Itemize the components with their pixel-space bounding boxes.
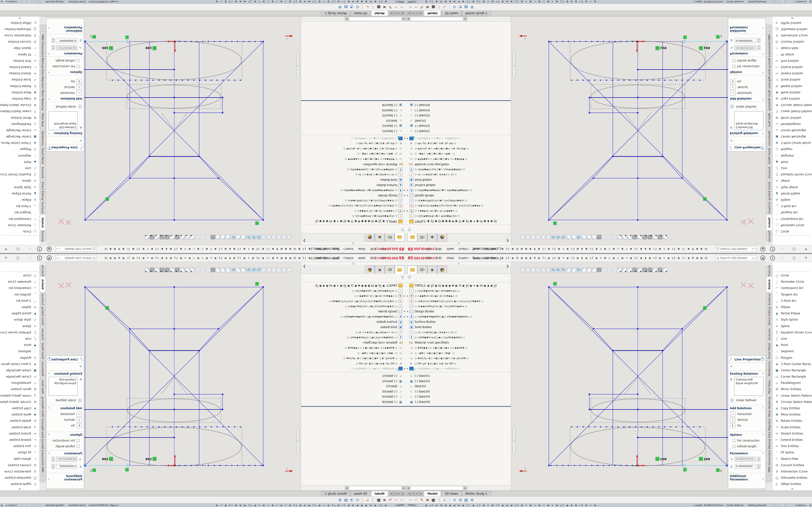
sketch-tool-item[interactable]: ↻ Rotate Entities xyxy=(773,418,812,424)
help-icon[interactable]: ? xyxy=(37,256,42,261)
panel-splitter-handle[interactable] xyxy=(406,262,511,265)
spinner-buttons[interactable]: ▲▼ xyxy=(757,38,761,43)
sketch-tool-item[interactable]: ▱ Parallelogram xyxy=(773,380,812,386)
menu-item[interactable]: File xyxy=(380,247,387,251)
clock-badge[interactable]: ◔ xyxy=(350,5,354,9)
tree-row[interactable]: Solid Bodies xyxy=(406,325,511,330)
spinner-buttons[interactable]: ▲▼ xyxy=(51,464,55,469)
sketch-lines[interactable] xyxy=(85,287,263,465)
sketch-tool-item[interactable]: ⠿ Linear Sketch Pattern xyxy=(773,108,812,114)
parameters-header[interactable]: Parameters∧ xyxy=(728,52,766,57)
sketch-tool-item[interactable]: ⊝ Ellipse xyxy=(0,197,39,203)
scroll-track[interactable] xyxy=(349,486,402,490)
tree-row[interactable]: ▶ ○ ∧♟◉✚ƨS◦Ɯ○◉○ Ɯ◦Sƨ✚◉♟∧ ○ xyxy=(301,293,406,299)
existing-relations-header[interactable]: Existing Relations∧ xyxy=(46,131,84,136)
user-account-icon[interactable]: ◉ xyxy=(760,256,765,261)
divider[interactable]: | xyxy=(449,5,451,9)
sketch-tool-item[interactable]: ↗ Scale Entities xyxy=(0,76,39,83)
search-icon[interactable]: ⌕ xyxy=(752,247,754,251)
tree-row[interactable]: Solid Bodies xyxy=(406,177,511,183)
sketch-tool-item[interactable]: ○ Circle xyxy=(0,228,39,235)
sketch-tool-item[interactable]: ✚ Move Entities xyxy=(773,89,812,96)
sketch-tool-item[interactable]: ≬ Intersection Curve xyxy=(773,468,812,475)
pin-icon[interactable]: ⊸ xyxy=(467,256,469,260)
command-tab[interactable]: Data Migration xyxy=(766,69,772,89)
checkbox[interactable] xyxy=(77,445,80,448)
relation-entry[interactable]: Equal length109 xyxy=(736,122,762,125)
help-icon[interactable]: ? xyxy=(37,246,42,251)
sketch-tool-item[interactable]: ✲ Circular Sketch Pattern xyxy=(773,399,812,405)
folder-check[interactable]: ▤ xyxy=(344,5,348,9)
relations-listbox[interactable]: Collinear108Equal length109 xyxy=(734,111,763,130)
segment-handle[interactable] xyxy=(683,464,685,466)
sketch-tool-item[interactable]: ◡ 3 Point Arc xyxy=(0,203,39,209)
option-checkbox-row[interactable]: For construction xyxy=(728,63,766,69)
sketch-tool-item[interactable]: ≬ Intersection Curve xyxy=(0,32,39,39)
leaf-ghost[interactable]: ✒ xyxy=(394,498,397,502)
option-checkbox-row[interactable]: Infinite length xyxy=(46,58,84,63)
sketch-tool-item[interactable]: ⬡ Polygon xyxy=(773,354,812,361)
checkbox[interactable] xyxy=(77,439,80,442)
sketch-tool-item[interactable]: ○ Circle xyxy=(773,228,812,235)
close-button[interactable]: ✕ xyxy=(5,256,7,260)
sketch-tool-item[interactable]: ▣ Center Rectangle xyxy=(0,133,39,140)
command-tab[interactable]: Surfaces xyxy=(766,293,772,305)
tree-row[interactable]: Surface Bodies xyxy=(406,320,511,325)
relation-entry[interactable]: Collinear108 xyxy=(736,378,762,382)
relation-entry[interactable]: Equal length109 xyxy=(736,382,762,385)
menu-item[interactable]: Insert xyxy=(458,247,468,251)
paintbrush[interactable]: ✎ xyxy=(389,5,392,9)
sketch-tool-item[interactable]: ↔ Stretch Entities xyxy=(0,431,39,437)
tree-row[interactable]: ○ ƨSИN◉✚∀∩ʙʒƐ○◉○ ƐʒʙN∀✚◉NИSƨ ○ xyxy=(301,167,406,172)
tree-row[interactable]: ○ ◦◉✚○ ✶◉[○◉○]◉✶ ○✚◉◦ ○ xyxy=(301,350,406,356)
sketch-tool-item[interactable]: ∿ Style Spline xyxy=(773,184,812,190)
search-icon[interactable]: ⌕ xyxy=(58,256,60,260)
sketch-tool-item[interactable]: ✂ Trim Entities xyxy=(0,443,39,449)
sketch-tool-item[interactable]: ◜ Fit Spline xyxy=(773,449,812,456)
command-tab[interactable]: Sketch xyxy=(766,215,772,231)
clock-badge[interactable]: ◔ xyxy=(458,498,462,502)
filter-arrows[interactable]: ↕ xyxy=(371,498,374,502)
tree-row[interactable]: ▶ ○ ∧♟◉✚ƨS◦Ɯ○◉○ Ɯ◦Sƨ✚◉♟∧ ○ xyxy=(406,293,511,299)
filter-funnel-icon[interactable]: ▽ xyxy=(401,275,404,280)
sketch-tool-item[interactable]: ╱ Line xyxy=(0,165,39,171)
command-tab[interactable]: Surfaces xyxy=(40,293,46,305)
sketch-tool-item[interactable]: ▣ Center Rectangle xyxy=(773,133,812,140)
tree-row[interactable]: ○ ƨS◦∩✶♟∀Ɯ○◉○ Ɯ∀♟✶∩◦Sƨ ○ xyxy=(406,172,511,177)
dimension-109-right[interactable]: = 109 xyxy=(102,46,113,50)
options-header[interactable]: Options∧ xyxy=(728,432,766,437)
option-checkbox-row[interactable]: Infinite length xyxy=(728,58,766,63)
search-dropdown-icon[interactable]: ▾ xyxy=(754,247,757,251)
tree-row[interactable]: (-) Sketch1 xyxy=(406,128,511,134)
filter-funnel-icon[interactable]: ▽ xyxy=(401,227,404,232)
restore-button[interactable]: ▢ xyxy=(793,256,796,260)
tree-row[interactable]: ○ ✚ИN◉♟+○ ✶◉[○◉○]◉✶ ○+♟◉NИ✚ ○ xyxy=(406,157,511,162)
sketch-tool-item[interactable]: ◫ Silhouette Entities xyxy=(773,475,812,481)
sketch-tool-item[interactable]: ◗ Partial Ellipse xyxy=(0,190,39,197)
search-box[interactable]: ◫ Search CAD Models ⌕ ▾ xyxy=(715,255,757,261)
flyout-arrow-icon[interactable]: ❯ xyxy=(506,264,509,268)
sketch-tool-item[interactable]: ↔ Stretch Entities xyxy=(773,431,812,437)
scroll-left-button[interactable]: ◀ xyxy=(402,486,406,490)
sketch-tool-item[interactable]: ⊏ Offset Entities xyxy=(773,20,812,26)
tree-row[interactable]: TЯPDL2. ◉ ʒƐ ◉ Ш ◉ ◉ ◉ ✚ ◉ Ɔ( ◉ ʒƐ ◉ ✦ ◉… xyxy=(301,219,406,224)
option-checkbox-row[interactable]: For construction xyxy=(46,438,84,444)
tab-nav-button[interactable]: ◀ xyxy=(397,11,401,15)
command-tab[interactable]: Evaluate xyxy=(40,326,46,342)
tree-row[interactable]: ○ ◦◉✚○ ✶◉[○◉○]◉✶ ○✚◉◦ ○ xyxy=(406,151,511,157)
sketch-tool-item[interactable]: ◈ 3 Point Center Recta... xyxy=(773,361,812,367)
sketch-tool-item[interactable]: ⊡ Convert Entities xyxy=(0,39,39,45)
option-checkbox-row[interactable]: For construction xyxy=(728,438,766,444)
toolbar-overflow-chevron[interactable]: ≫ xyxy=(773,488,812,490)
folder-check[interactable]: ▤ xyxy=(464,498,468,502)
document-tab[interactable]: Model xyxy=(371,11,388,16)
checkbox[interactable] xyxy=(77,65,80,68)
exit-sketch-icon[interactable]: ✕ xyxy=(740,217,748,228)
confirmation-corner[interactable]: ✕ ✕ xyxy=(53,279,72,293)
minimize-button[interactable]: – xyxy=(781,256,783,260)
pin-icon[interactable]: ⊸ xyxy=(343,256,345,260)
tree-row[interactable]: ▶ ○ ƨSʒƐИN∀∩◦+○◉○ +◦∩∀NИƐʒSƨ ○ xyxy=(406,136,511,141)
sketch-tool-item[interactable]: ≬ Intersection Curve xyxy=(0,468,39,475)
tree-row[interactable] xyxy=(301,101,406,101)
status-cube-icon[interactable]: ⬙ xyxy=(809,0,811,3)
